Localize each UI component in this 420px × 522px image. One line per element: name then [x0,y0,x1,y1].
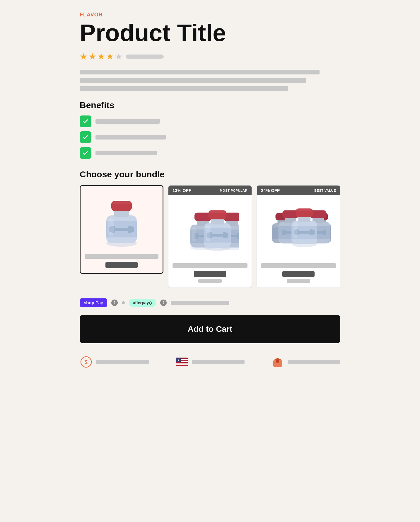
flavor-label: FLAVOR [80,12,340,18]
star-2: ★ [88,51,96,62]
benefits-title: Benefits [80,100,340,110]
svg-rect-10 [113,202,130,204]
product-title: Product Title [80,20,340,46]
benefit-bar-2 [95,135,166,140]
svg-rect-40 [210,211,225,213]
flag-icon: ★ [175,356,188,368]
benefit-item-1 [80,115,340,127]
price-bar-triple [173,263,247,268]
price-bar-single [85,254,158,259]
footer-icons-row: $ ★ [80,353,340,371]
footer-item-2: ★ [175,356,245,368]
product-description [80,70,340,91]
svg-rect-74 [297,209,312,211]
bundle-info-five [257,260,340,288]
star-1: ★ [80,51,88,62]
afterpay-question-icon[interactable]: ? [160,300,167,306]
footer-bar-3 [288,360,340,364]
svg-rect-61 [323,230,326,235]
footer-item-1: $ [80,356,149,368]
svg-rect-71 [312,230,315,234]
benefit-item-3 [80,147,340,159]
footer-bar-1 [96,360,149,364]
badge-discount-triple: 13% OFF [173,188,191,193]
money-back-icon: $ [80,356,93,368]
badge-tag-five: BEST VALUE [314,189,336,192]
desc-line-1 [80,70,320,74]
afterpay-badge[interactable]: afterpay◇ [129,299,156,307]
badge-discount-five: 24% OFF [261,188,280,193]
shop-text: shop [84,300,94,305]
svg-rect-33 [210,234,225,237]
afterpay-text: afterpay◇ [133,300,152,305]
add-to-cart-button[interactable]: Add to Cart [80,315,340,343]
bundle-badge-triple: 13% OFF MOST POPULAR [168,186,252,195]
svg-rect-11 [108,218,114,236]
payment-divider [122,301,125,304]
desc-line-3 [80,86,288,91]
bundle-badge-five: 24% OFF BEST VALUE [257,186,340,195]
svg-text:$: $ [85,359,88,365]
svg-rect-75 [293,223,298,238]
bundle-image-triple [168,195,252,260]
footer-bar-2 [192,360,245,364]
svg-rect-7 [131,227,134,232]
bundle-card-five[interactable]: 24% OFF BEST VALUE [257,185,340,288]
bundle-sub-five [287,279,310,283]
bundle-card-single[interactable] [80,185,163,274]
bundle-card-triple[interactable]: 13% OFF MOST POPULAR [168,185,252,288]
shop-pay-question-icon[interactable]: ? [111,300,118,306]
bundle-image-single [81,186,163,251]
footer-item-3 [271,356,340,368]
price-bar-five [261,263,336,268]
star-5: ★ [115,51,123,62]
bundle-grid: 13% OFF MOST POPULAR [80,185,340,288]
benefits-section: Benefits [80,100,340,159]
star-3: ★ [97,51,105,62]
benefit-item-2 [80,131,340,143]
svg-rect-81 [176,363,188,365]
bottle-svg-triple [181,201,239,257]
payment-row: shop Pay ? afterpay◇ ? [80,298,340,307]
bundle-title: Choose your bundle [80,169,340,179]
svg-rect-3 [113,228,130,231]
pay-text: Pay [95,300,103,305]
svg-text:★: ★ [177,359,180,362]
shop-pay-badge[interactable]: shop Pay [80,298,107,307]
bundle-image-five [257,195,340,260]
rating-bar [126,55,164,59]
bundle-cta-five [282,271,315,277]
payment-info-bar [171,301,229,305]
bottle-svg-five [266,201,331,257]
bundle-cta-single [105,262,138,268]
bundle-info-single [81,251,163,273]
star-rating: ★ ★ ★ ★ ★ [80,51,123,62]
check-icon-2 [80,131,91,143]
badge-tag-triple: MOST POPULAR [220,189,247,192]
bundle-info-triple [168,260,252,288]
svg-rect-53 [282,230,286,235]
bundle-sub-triple [198,279,222,283]
svg-rect-67 [298,231,311,234]
box-icon [271,356,284,368]
check-icon-3 [80,147,91,159]
desc-line-2 [80,78,306,83]
benefit-bar-3 [95,151,157,155]
bundle-section: Choose your bundle [80,169,340,288]
svg-rect-37 [226,233,228,238]
check-icon-1 [80,115,91,127]
bundle-cta-triple [194,271,226,277]
star-4: ★ [106,51,114,62]
rating-row: ★ ★ ★ ★ ★ [80,51,340,62]
svg-marker-85 [273,358,282,360]
bottle-svg-single [98,192,145,248]
svg-rect-41 [206,226,211,241]
svg-rect-86 [276,360,279,363]
svg-rect-20 [192,227,197,242]
svg-rect-26 [237,233,239,239]
benefit-bar-1 [95,119,160,124]
